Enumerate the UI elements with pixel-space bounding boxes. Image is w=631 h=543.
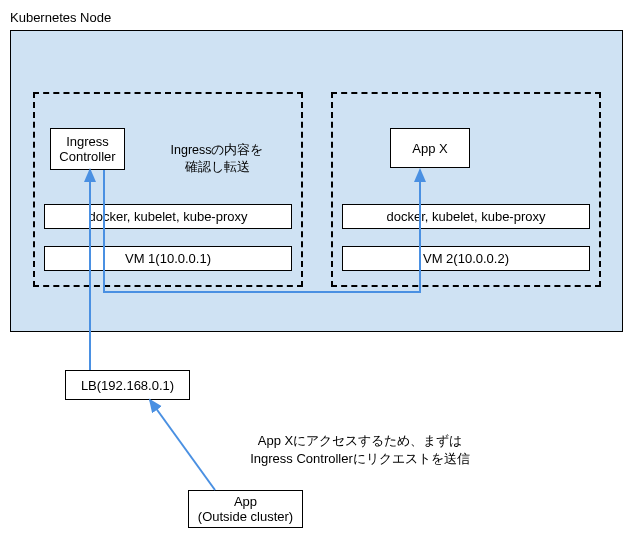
vm1-label-box: VM 1(10.0.0.1) [44,246,292,271]
client-label: App (Outside cluster) [198,494,293,524]
lb-box: LB(192.168.0.1) [65,370,190,400]
appx-box: App X [390,128,470,168]
vm2-label-box: VM 2(10.0.0.2) [342,246,590,271]
vm1-services-box: docker, kubelet, kube-proxy [44,204,292,229]
vm2-services-box: docker, kubelet, kube-proxy [342,204,590,229]
bottom-note: App Xにアクセスするため、まずは Ingress Controllerにリク… [200,432,520,468]
node-title: Kubernetes Node [10,10,111,25]
vm2-services-label: docker, kubelet, kube-proxy [387,209,546,224]
ingress-controller-box: Ingress Controller [50,128,125,170]
ingress-controller-label: Ingress Controller [59,134,115,164]
vm1-label: VM 1(10.0.0.1) [125,251,211,266]
client-box: App (Outside cluster) [188,490,303,528]
appx-label: App X [412,141,447,156]
ingress-note: Ingressの内容を 確認し転送 [137,142,297,176]
vm2-label: VM 2(10.0.0.2) [423,251,509,266]
lb-label: LB(192.168.0.1) [81,378,174,393]
vm1-services-label: docker, kubelet, kube-proxy [89,209,248,224]
